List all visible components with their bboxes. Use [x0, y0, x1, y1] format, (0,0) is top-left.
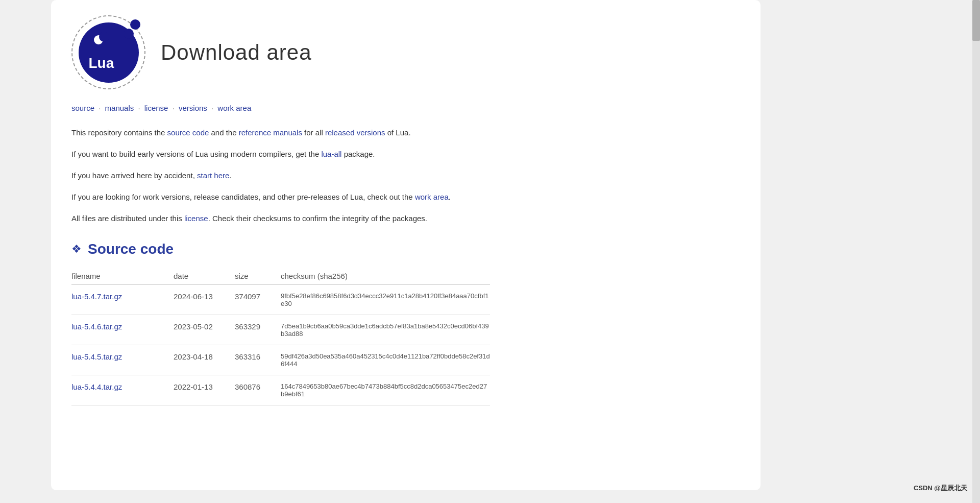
nav-source[interactable]: source — [71, 104, 94, 112]
cell-filename: lua-5.4.7.tar.gz — [71, 285, 174, 315]
cell-date: 2023-05-02 — [174, 315, 235, 345]
col-date: date — [174, 268, 235, 285]
link-released-versions[interactable]: released versions — [325, 128, 385, 137]
table-header-row: filename date size checksum (sha256) — [71, 268, 490, 285]
desc-para-1: This repository contains the source code… — [71, 127, 740, 139]
cell-checksum: 59df426a3d50ea535a460a452315c4c0d4e1121b… — [281, 345, 490, 375]
cell-size: 363316 — [235, 345, 281, 375]
desc-para-2: If you want to build early versions of L… — [71, 148, 740, 160]
cell-size: 360876 — [235, 375, 281, 405]
link-start-here[interactable]: start here — [197, 171, 229, 180]
cell-checksum: 7d5ea1b9cb6aa0b59ca3dde1c6adcb57ef83a1ba… — [281, 315, 490, 345]
table-row: lua-5.4.7.tar.gz2024-06-133740979fbf5e28… — [71, 285, 490, 315]
file-link-1[interactable]: lua-5.4.6.tar.gz — [71, 322, 122, 331]
scrollbar-thumb[interactable] — [972, 0, 980, 41]
nav-versions[interactable]: versions — [179, 104, 207, 112]
watermark: CSDN @星辰北天 — [914, 484, 967, 493]
diamond-icon: ❖ — [71, 243, 82, 256]
cell-filename: lua-5.4.6.tar.gz — [71, 315, 174, 345]
cell-checksum: 164c7849653b80ae67bec4b7473b884bf5cc8d2d… — [281, 375, 490, 405]
scrollbar-track[interactable] — [972, 0, 980, 503]
table-row: lua-5.4.6.tar.gz2023-05-023633297d5ea1b9… — [71, 315, 490, 345]
link-reference-manuals[interactable]: reference manuals — [239, 128, 302, 137]
source-code-heading: ❖ Source code — [71, 241, 740, 257]
nav-sep-2: · — [138, 104, 140, 112]
link-lua-all[interactable]: lua-all — [321, 150, 341, 158]
section-title-source: Source code — [88, 241, 174, 257]
link-work-area[interactable]: work area — [415, 193, 449, 201]
header: Lua Download area — [71, 15, 740, 89]
desc-para-5: All files are distributed under this lic… — [71, 212, 740, 225]
col-filename: filename — [71, 268, 174, 285]
nav-links: source · manuals · license · versions · … — [71, 104, 740, 112]
nav-sep-3: · — [173, 104, 175, 112]
file-link-0[interactable]: lua-5.4.7.tar.gz — [71, 292, 122, 301]
cell-size: 363329 — [235, 315, 281, 345]
cell-size: 374097 — [235, 285, 281, 315]
logo-container: Lua — [71, 15, 145, 89]
file-link-3[interactable]: lua-5.4.4.tar.gz — [71, 382, 122, 391]
col-size: size — [235, 268, 281, 285]
nav-manuals[interactable]: manuals — [105, 104, 134, 112]
description-section: This repository contains the source code… — [71, 127, 740, 225]
cell-date: 2023-04-18 — [174, 345, 235, 375]
nav-sep-4: · — [211, 104, 213, 112]
cell-checksum: 9fbf5e28ef86c69858f6d3d34eccc32e911c1a28… — [281, 285, 490, 315]
logo-inner: Lua — [79, 22, 139, 83]
desc-para-4: If you are looking for work versions, re… — [71, 191, 740, 203]
cell-filename: lua-5.4.5.tar.gz — [71, 345, 174, 375]
col-checksum: checksum (sha256) — [281, 268, 490, 285]
logo-outer-dot — [130, 19, 140, 30]
nav-sep-1: · — [99, 104, 101, 112]
nav-work-area[interactable]: work area — [217, 104, 251, 112]
lua-logo-text: Lua — [89, 55, 114, 71]
cell-date: 2022-01-13 — [174, 375, 235, 405]
page-title: Download area — [161, 40, 312, 65]
nav-license[interactable]: license — [144, 104, 168, 112]
file-link-2[interactable]: lua-5.4.5.tar.gz — [71, 352, 122, 361]
link-license[interactable]: license — [184, 214, 208, 223]
files-table: filename date size checksum (sha256) lua… — [71, 268, 490, 405]
cell-date: 2024-06-13 — [174, 285, 235, 315]
small-accent-dot — [124, 29, 134, 39]
lua-dark-dot — [99, 32, 109, 42]
table-row: lua-5.4.5.tar.gz2023-04-1836331659df426a… — [71, 345, 490, 375]
cell-filename: lua-5.4.4.tar.gz — [71, 375, 174, 405]
link-source-code[interactable]: source code — [167, 128, 209, 137]
table-row: lua-5.4.4.tar.gz2022-01-13360876164c7849… — [71, 375, 490, 405]
desc-para-3: If you have arrived here by accident, st… — [71, 170, 740, 182]
